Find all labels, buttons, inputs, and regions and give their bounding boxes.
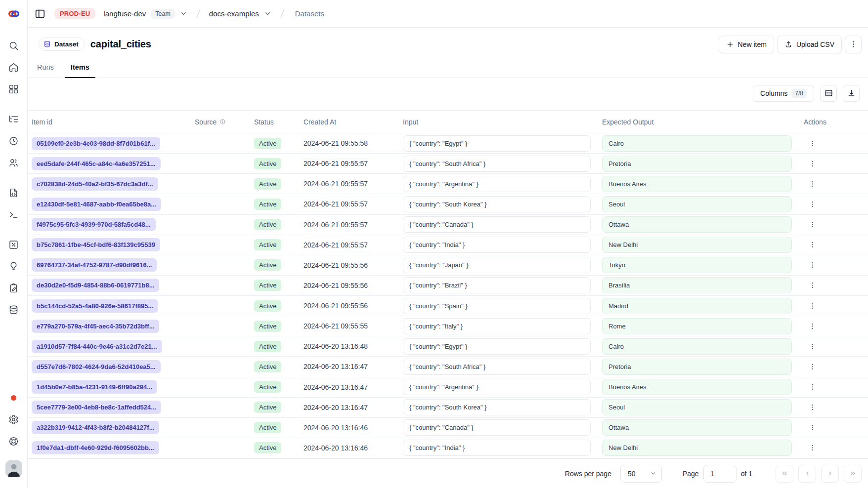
- export-button[interactable]: [843, 85, 860, 102]
- item-id-link[interactable]: e12430df-5e81-4687-aabb-f0ea65be8a...: [32, 198, 161, 211]
- item-id-link[interactable]: 5cee7779-3e00-4eb8-be8c-1affedd524...: [32, 401, 161, 414]
- input-cell[interactable]: { "country": "South Africa" }: [403, 359, 591, 375]
- row-actions-button[interactable]: [805, 442, 820, 453]
- tab-runs[interactable]: Runs: [31, 57, 60, 78]
- expected-output-cell[interactable]: Pretoria: [602, 359, 792, 375]
- item-id-link[interactable]: eed5dafe-244f-465c-a84c-4a6e357251...: [32, 157, 161, 170]
- traces-icon[interactable]: [8, 114, 19, 124]
- org-chevron-down-icon[interactable]: [180, 10, 187, 17]
- lightbulb-icon[interactable]: [8, 261, 19, 272]
- input-cell[interactable]: { "country": "South Africa" }: [403, 156, 591, 172]
- evaluators-percent-icon[interactable]: [8, 239, 19, 250]
- input-cell[interactable]: { "country": "Canada" }: [403, 216, 591, 233]
- last-page-button[interactable]: [844, 465, 862, 483]
- playground-terminal-icon[interactable]: [8, 209, 19, 220]
- tab-items[interactable]: Items: [65, 57, 95, 78]
- row-actions-button[interactable]: [805, 402, 820, 413]
- support-lifebuoy-icon[interactable]: [8, 436, 19, 447]
- col-header-item-id[interactable]: Item id: [32, 118, 195, 126]
- row-actions-button[interactable]: [805, 381, 820, 393]
- col-header-expected-output[interactable]: Expected Output: [598, 118, 798, 126]
- new-item-button[interactable]: New item: [719, 36, 774, 53]
- sidebar-toggle-icon[interactable]: [35, 8, 45, 19]
- row-actions-button[interactable]: [805, 321, 820, 332]
- input-cell[interactable]: { "country": "Japan" }: [403, 257, 591, 273]
- sessions-clock-icon[interactable]: [8, 135, 19, 146]
- expected-output-cell[interactable]: Cairo: [602, 135, 792, 152]
- expected-output-cell[interactable]: Cairo: [602, 338, 792, 355]
- expected-output-cell[interactable]: Rome: [602, 318, 792, 334]
- expected-output-cell[interactable]: Seoul: [602, 196, 792, 212]
- row-actions-button[interactable]: [805, 138, 820, 149]
- upload-csv-button[interactable]: Upload CSV: [777, 36, 842, 53]
- breadcrumb-section[interactable]: Datasets: [295, 9, 324, 18]
- input-cell[interactable]: { "country": "Argentina" }: [403, 176, 591, 192]
- expected-output-cell[interactable]: New Delhi: [602, 440, 792, 456]
- row-actions-button[interactable]: [805, 341, 820, 352]
- item-id-link[interactable]: d557e7d6-7802-4624-9da6-52d410ea5...: [32, 360, 161, 373]
- settings-gear-icon[interactable]: [8, 414, 19, 425]
- item-id-link[interactable]: e779a270-579a-4f45-aec4-35b72d3bff...: [32, 320, 159, 333]
- item-id-link[interactable]: de30d2e0-f5d9-4854-88b6-0619771b8...: [32, 279, 159, 292]
- item-id-link[interactable]: 1f0e7da1-dbff-4e60-929d-f6095602bb...: [32, 441, 159, 454]
- item-id-link[interactable]: b75c7861-1fbe-45cf-bdf6-83f139c95539: [32, 238, 160, 251]
- first-page-button[interactable]: [776, 465, 793, 483]
- row-actions-button[interactable]: [805, 259, 820, 271]
- row-actions-button[interactable]: [805, 280, 820, 291]
- dashboards-icon[interactable]: [8, 83, 19, 94]
- annotation-clipboard-icon[interactable]: [8, 283, 19, 293]
- prompts-icon[interactable]: [8, 187, 19, 198]
- col-header-status[interactable]: Status: [254, 118, 304, 126]
- expected-output-cell[interactable]: Ottawa: [602, 419, 792, 436]
- breadcrumb-organization[interactable]: langfuse-dev: [103, 9, 146, 18]
- input-cell[interactable]: { "country": "South Korea" }: [403, 399, 591, 415]
- breadcrumb-project[interactable]: docs-examples: [209, 9, 259, 18]
- previous-page-button[interactable]: [798, 465, 816, 483]
- expected-output-cell[interactable]: Pretoria: [602, 156, 792, 172]
- expected-output-cell[interactable]: Ottawa: [602, 216, 792, 233]
- row-actions-button[interactable]: [805, 219, 820, 230]
- input-cell[interactable]: { "country": "India" }: [403, 440, 591, 456]
- expected-output-cell[interactable]: Brasília: [602, 277, 792, 293]
- input-cell[interactable]: { "country": "Argentina" }: [403, 379, 591, 395]
- col-header-input[interactable]: Input: [400, 118, 598, 126]
- row-actions-button[interactable]: [805, 199, 820, 210]
- input-cell[interactable]: { "country": "Egypt" }: [403, 338, 591, 355]
- row-height-button[interactable]: [820, 85, 837, 102]
- item-id-link[interactable]: c702838d-24d5-40a2-bf35-67dc3a3df...: [32, 177, 158, 191]
- expected-output-cell[interactable]: Buenos Aires: [602, 176, 792, 192]
- expected-output-cell[interactable]: Tokyo: [602, 257, 792, 273]
- users-icon[interactable]: [8, 157, 19, 168]
- item-id-link[interactable]: a1910d57-7f84-440c-9e46-a31c2d7e21...: [32, 340, 162, 353]
- row-actions-button[interactable]: [805, 361, 820, 372]
- item-id-link[interactable]: 69764737-34af-4752-9787-d90df9616...: [32, 258, 157, 272]
- home-icon[interactable]: [8, 62, 19, 73]
- input-cell[interactable]: { "country": "Canada" }: [403, 419, 591, 436]
- expected-output-cell[interactable]: Buenos Aires: [602, 379, 792, 395]
- input-cell[interactable]: { "country": "India" }: [403, 237, 591, 253]
- next-page-button[interactable]: [821, 465, 839, 483]
- expected-output-cell[interactable]: New Delhi: [602, 237, 792, 253]
- rows-per-page-select[interactable]: 50: [620, 465, 662, 483]
- project-chevron-down-icon[interactable]: [264, 10, 271, 17]
- input-cell[interactable]: { "country": "Spain" }: [403, 298, 591, 314]
- col-header-source[interactable]: Source: [195, 118, 254, 126]
- input-cell[interactable]: { "country": "Brazil" }: [403, 277, 591, 293]
- row-actions-button[interactable]: [805, 239, 820, 250]
- item-id-link[interactable]: 1d45b0e7-b85a-4231-9149-6ff90a294...: [32, 380, 157, 394]
- item-id-link[interactable]: 05109ef0-2e3b-4e03-98dd-8f7d01b61f...: [32, 137, 160, 150]
- item-id-link[interactable]: a322b319-9412-4f43-b8f2-b20484127f...: [32, 421, 159, 434]
- datasets-database-icon[interactable]: [8, 304, 19, 315]
- item-id-link[interactable]: b5c144cd-52a5-4a80-926e-58617f895...: [32, 299, 158, 313]
- input-cell[interactable]: { "country": "Italy" }: [403, 318, 591, 334]
- user-avatar[interactable]: [5, 460, 22, 477]
- item-id-link[interactable]: f4975c95-5fc3-4939-970d-58fa5cd48...: [32, 218, 156, 231]
- col-header-created-at[interactable]: Created At: [304, 118, 400, 126]
- input-cell[interactable]: { "country": "Egypt" }: [403, 135, 591, 152]
- input-cell[interactable]: { "country": "South Korea" }: [403, 196, 591, 212]
- row-actions-button[interactable]: [805, 300, 820, 312]
- row-actions-button[interactable]: [805, 422, 820, 433]
- header-more-actions-button[interactable]: [845, 36, 862, 53]
- expected-output-cell[interactable]: Seoul: [602, 399, 792, 415]
- search-icon[interactable]: [8, 40, 19, 51]
